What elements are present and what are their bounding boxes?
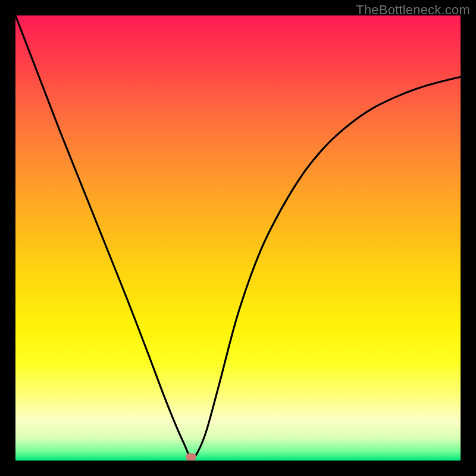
chart-frame (15, 15, 461, 461)
optimal-marker (186, 453, 196, 461)
bottleneck-curve (15, 15, 461, 459)
watermark-text: TheBottleneck.com (356, 2, 470, 18)
curve-svg (15, 15, 461, 461)
